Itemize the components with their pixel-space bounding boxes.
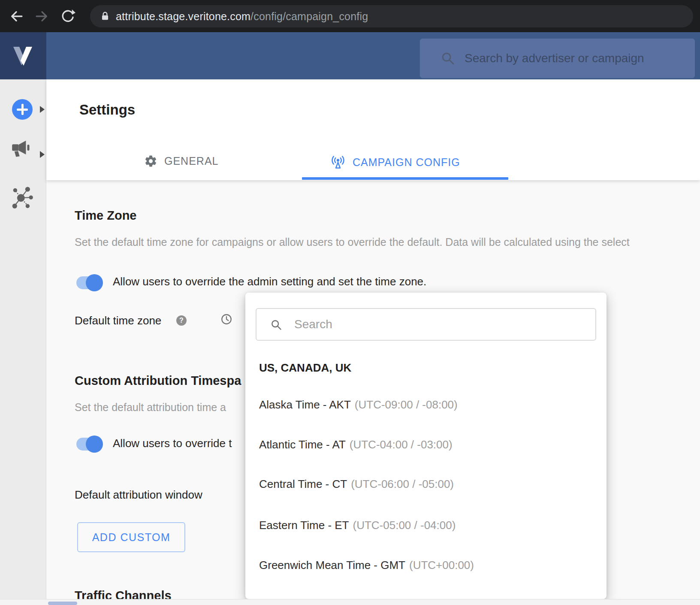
timezone-offset: (UTC-05:00 / -04:00) — [353, 519, 456, 532]
toggle-thumb — [86, 274, 103, 291]
tab-general[interactable]: GENERAL — [144, 154, 218, 168]
add-custom-button[interactable]: ADD CUSTOM — [77, 522, 185, 552]
timezone-option-central[interactable]: Central Time - CT(UTC-06:00 / -05:00) — [259, 478, 454, 491]
search-icon — [441, 51, 455, 66]
lock-icon — [100, 11, 111, 22]
time-zone-heading: Time Zone — [75, 209, 137, 223]
timezone-name: Central Time - CT — [259, 478, 347, 490]
veritone-logo[interactable] — [0, 32, 46, 79]
timezone-offset: (UTC-09:00 / -08:00) — [355, 398, 458, 411]
app-title: ATTRIBUTE — [52, 84, 118, 96]
timezone-dropdown: US, CANADA, UK Alaska Time - AKT(UTC-09:… — [245, 293, 606, 599]
url-bar[interactable]: attribute.stage.veritone.com/config/camp… — [90, 5, 693, 27]
timezone-override-toggle[interactable] — [75, 274, 103, 292]
timezone-option-gmt[interactable]: Greenwich Mean Time - GMT(UTC+00:00) — [259, 559, 474, 572]
page-title: Settings — [79, 102, 135, 118]
url-path: /config/campaign_config — [250, 10, 368, 22]
timezone-option-eastern[interactable]: Eastern Time - ET(UTC-05:00 / -04:00) — [259, 519, 456, 532]
attribution-override-toggle-label: Allow users to override t — [113, 437, 232, 450]
bottom-scroll-thumb[interactable] — [48, 602, 77, 605]
veritone-v-icon — [11, 44, 35, 68]
network-graph-icon[interactable] — [9, 185, 34, 209]
screen: attribute.stage.veritone.com/config/camp… — [0, 0, 700, 605]
timezone-offset: (UTC-04:00 / -03:00) — [350, 438, 453, 451]
search-icon — [270, 319, 282, 331]
timezone-search-box[interactable] — [256, 308, 596, 341]
custom-attribution-heading: Custom Attribution Timespa — [75, 374, 241, 388]
app-header: ATTRIBUTE — [0, 32, 700, 79]
browser-toolbar: attribute.stage.veritone.com/config/camp… — [0, 0, 700, 32]
settings-header: Settings GENERAL CAMPAIGN CONFIG — [46, 79, 700, 180]
timezone-option-atlantic[interactable]: Atlantic Time - AT(UTC-04:00 / -03:00) — [259, 438, 453, 451]
timezone-search-input[interactable] — [294, 309, 586, 340]
attribution-override-toggle[interactable] — [75, 435, 103, 453]
tab-campaign-config-label: CAMPAIGN CONFIG — [353, 156, 460, 169]
custom-attribution-description: Set the default attribution time a — [75, 401, 226, 414]
timezone-offset: (UTC+00:00) — [409, 559, 474, 572]
broadcast-icon — [330, 154, 346, 170]
reload-icon[interactable] — [60, 9, 75, 24]
bottom-scroll-strip[interactable] — [0, 599, 700, 605]
timezone-name: Alaska Time - AKT — [259, 398, 351, 411]
url-text: attribute.stage.veritone.com/config/camp… — [116, 10, 368, 23]
timezone-group-label: US, CANADA, UK — [259, 361, 351, 375]
timezone-name: Eastern Time - ET — [259, 519, 349, 532]
url-host: attribute.stage.veritone.com — [116, 10, 250, 22]
add-button[interactable] — [12, 99, 33, 120]
active-tab-underline — [302, 177, 508, 180]
toggle-thumb — [86, 436, 103, 453]
header-search-input[interactable] — [465, 39, 688, 78]
clock-icon — [220, 313, 232, 325]
default-time-zone-label: Default time zone — [75, 314, 161, 327]
timezone-override-toggle-label: Allow users to override the admin settin… — [113, 275, 426, 288]
default-attribution-window-label: Default attribution window — [75, 488, 202, 502]
tab-campaign-config[interactable]: CAMPAIGN CONFIG — [330, 154, 460, 170]
forward-icon[interactable] — [34, 9, 50, 24]
add-caret-icon[interactable] — [40, 106, 45, 113]
timezone-name: Atlantic Time - AT — [259, 438, 346, 451]
timezone-option-alaska[interactable]: Alaska Time - AKT(UTC-09:00 / -08:00) — [259, 398, 458, 411]
sidebar — [0, 79, 46, 605]
tab-general-label: GENERAL — [164, 155, 218, 167]
help-icon[interactable]: ? — [176, 315, 187, 326]
megaphone-caret-icon[interactable] — [40, 151, 45, 158]
timezone-offset: (UTC-06:00 / -05:00) — [351, 478, 454, 490]
megaphone-icon[interactable] — [10, 136, 34, 160]
timezone-name: Greenwich Mean Time - GMT — [259, 559, 405, 572]
gear-icon — [144, 154, 157, 168]
back-icon[interactable] — [9, 9, 24, 24]
header-search-box[interactable] — [420, 39, 695, 78]
time-zone-description: Set the default time zone for campaigns … — [75, 236, 699, 248]
